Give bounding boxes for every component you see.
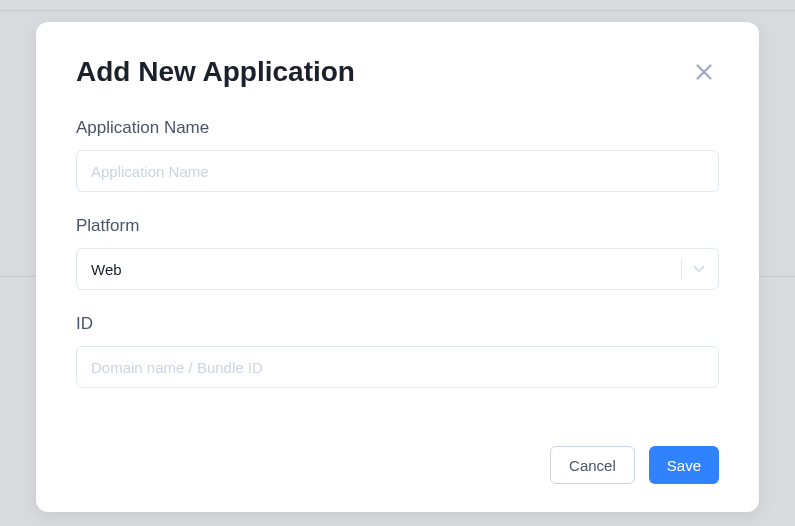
id-label: ID xyxy=(76,314,719,334)
application-name-input[interactable] xyxy=(76,150,719,192)
id-input[interactable] xyxy=(76,346,719,388)
chevron-down-icon xyxy=(690,260,718,278)
close-icon xyxy=(693,61,715,83)
id-group: ID xyxy=(76,314,719,388)
select-separator xyxy=(681,258,682,280)
platform-select[interactable]: Web xyxy=(76,248,719,290)
add-application-modal: Add New Application Application Name Pla… xyxy=(36,22,759,512)
modal-footer: Cancel Save xyxy=(76,446,719,484)
platform-group: Platform Web xyxy=(76,216,719,290)
cancel-button[interactable]: Cancel xyxy=(550,446,635,484)
save-button[interactable]: Save xyxy=(649,446,719,484)
platform-label: Platform xyxy=(76,216,719,236)
modal-title: Add New Application xyxy=(76,56,355,88)
platform-selected-value: Web xyxy=(77,261,681,278)
application-name-group: Application Name xyxy=(76,118,719,192)
modal-header: Add New Application xyxy=(76,56,719,88)
close-button[interactable] xyxy=(689,57,719,87)
application-name-label: Application Name xyxy=(76,118,719,138)
